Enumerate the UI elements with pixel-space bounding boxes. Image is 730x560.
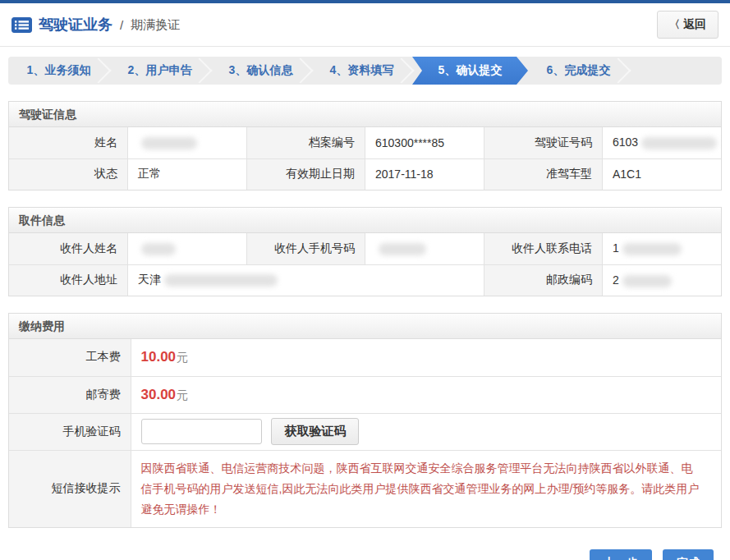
recipient-address-value: 天津 [128, 264, 484, 296]
table-row: 工本费 10.00元 [9, 339, 721, 376]
recipient-address-label: 收件人地址 [9, 264, 128, 296]
page-header: 驾驶证业务 / 期满换证 〈 返回 [0, 3, 730, 47]
recipient-mobile-value [365, 233, 484, 264]
production-fee-amount: 10.00 [141, 349, 177, 365]
back-button[interactable]: 〈 返回 [657, 11, 719, 39]
table-row: 手机验证码 获取验证码 [9, 413, 721, 450]
recipient-mobile-label: 收件人手机号码 [246, 233, 365, 264]
license-info-title: 驾驶证信息 [9, 102, 721, 127]
sms-notice-cell: 因陕西省联通、电信运营商技术问题，陕西省互联网交通安全综合服务管理平台无法向持陕… [131, 450, 721, 527]
redacted-value [164, 274, 278, 287]
chevron-left-icon: 〈 [669, 17, 680, 32]
sms-notice-text: 因陕西省联通、电信运营商技术问题，陕西省互联网交通安全综合服务管理平台无法向持陕… [131, 451, 722, 527]
license-number-label: 驾驶证号码 [484, 127, 603, 158]
redacted-value [622, 243, 682, 255]
sms-code-label: 手机验证码 [9, 413, 131, 450]
name-label: 姓名 [9, 127, 128, 158]
table-row: 姓名 档案编号 610300****85 驾驶证号码 6103 [9, 127, 721, 158]
pickup-info-panel: 取件信息 收件人姓名 收件人手机号码 收件人联系电话 1 收件人地址 天津 邮政… [8, 207, 722, 296]
license-info-panel: 驾驶证信息 姓名 档案编号 610300****85 驾驶证号码 6103 状态… [8, 101, 722, 190]
redacted-value [141, 137, 197, 149]
table-row: 邮寄费 30.00元 [9, 376, 721, 413]
fees-panel: 缴纳费用 工本费 10.00元 邮寄费 30.00元 手机验证码 获取验证码 [8, 313, 722, 528]
step-2-declaration: 2、用户申告 [109, 57, 210, 85]
table-row: 收件人地址 天津 邮政编码 2 [9, 264, 721, 296]
step-5-confirm-submit: 5、确认提交 [412, 57, 528, 85]
step-6-complete: 6、完成提交 [528, 57, 629, 85]
redacted-value [141, 243, 176, 255]
table-row: 状态 正常 有效期止日期 2017-11-18 准驾车型 A1C1 [9, 158, 721, 190]
redacted-value [641, 137, 717, 149]
name-value [128, 127, 247, 158]
sms-notice-label: 短信接收提示 [9, 450, 131, 527]
get-code-button[interactable]: 获取验证码 [271, 418, 359, 445]
expiry-value: 2017-11-18 [365, 158, 484, 190]
sms-code-cell: 获取验证码 [131, 413, 721, 450]
license-number-value: 6103 [603, 127, 722, 158]
recipient-phone-value: 1 [603, 233, 722, 264]
step-1-notice: 1、业务须知 [8, 57, 109, 85]
table-row: 短信接收提示 因陕西省联通、电信运营商技术问题，陕西省互联网交通安全综合服务管理… [9, 450, 721, 527]
mailing-fee-label: 邮寄费 [9, 376, 131, 413]
status-label: 状态 [9, 158, 128, 190]
sms-code-input[interactable] [141, 419, 262, 444]
file-number-label: 档案编号 [246, 127, 365, 158]
recipient-name-value [128, 233, 247, 264]
expiry-label: 有效期止日期 [246, 158, 365, 190]
wizard-steps: 1、业务须知 2、用户申告 3、确认信息 4、资料填写 5、确认提交 6、完成提… [8, 57, 722, 85]
fees-title: 缴纳费用 [9, 314, 721, 339]
breadcrumb-divider: / [120, 18, 123, 32]
footer-actions: 上一步 完成 [8, 549, 722, 560]
pickup-info-title: 取件信息 [9, 208, 721, 233]
done-button[interactable]: 完成 [663, 549, 714, 560]
redacted-value [379, 243, 426, 255]
file-number-value: 610300****85 [365, 127, 484, 158]
redacted-value [622, 275, 672, 287]
production-fee-label: 工本费 [9, 339, 131, 376]
table-row: 收件人姓名 收件人手机号码 收件人联系电话 1 [9, 233, 721, 264]
postal-code-value: 2 [603, 264, 722, 296]
list-icon [11, 17, 32, 33]
recipient-phone-label: 收件人联系电话 [484, 233, 603, 264]
breadcrumb-current: 期满换证 [131, 17, 180, 33]
mailing-fee-value: 30.00元 [131, 376, 721, 413]
postal-code-label: 邮政编码 [484, 264, 603, 296]
vehicle-class-label: 准驾车型 [484, 158, 603, 190]
page-title: 驾驶证业务 [39, 15, 112, 34]
status-value: 正常 [128, 158, 247, 190]
production-fee-value: 10.00元 [131, 339, 721, 376]
step-4-fill-data: 4、资料填写 [311, 57, 412, 85]
mailing-fee-unit: 元 [177, 388, 188, 402]
back-button-label: 返回 [683, 17, 706, 32]
vehicle-class-value: A1C1 [603, 158, 722, 190]
production-fee-unit: 元 [177, 351, 188, 364]
step-3-confirm-info: 3、确认信息 [210, 57, 311, 85]
mailing-fee-amount: 30.00 [141, 387, 177, 402]
previous-step-button[interactable]: 上一步 [590, 549, 652, 560]
recipient-name-label: 收件人姓名 [9, 233, 128, 264]
